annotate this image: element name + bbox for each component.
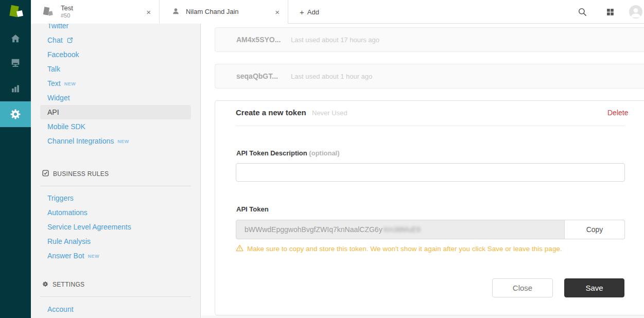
token-value-group: bWWwdEpggwohBvgfZWIq7knNaalCZG6y Xm38MuE… xyxy=(236,220,625,239)
sidebar-item-label: Answer Bot xyxy=(47,252,84,260)
avatar[interactable] xyxy=(629,5,642,19)
tab-user-nilam[interactable]: Nilam Chand Jain × xyxy=(160,0,288,24)
sidebar-item-label: Account xyxy=(47,305,74,313)
sidebar-item-label: Text xyxy=(47,79,61,87)
sidebar-item-service-level-agreements[interactable]: Service Level Agreements xyxy=(31,220,200,234)
token-value-visible: bWWwdEpggwohBvgfZWIq7knNaalCZG6y xyxy=(245,225,382,234)
search-icon[interactable] xyxy=(575,5,589,19)
close-button[interactable]: Close xyxy=(492,278,553,297)
zendesk-logo-white-shape xyxy=(16,10,23,17)
new-badge: NEW xyxy=(64,80,76,86)
top-bar: Test #50 × Nilam Chand Jain × + Add xyxy=(0,0,644,24)
sidebar-item-mobile-sdk[interactable]: Mobile SDK xyxy=(31,119,200,134)
sidebar-item-twitter[interactable]: Twitter xyxy=(31,24,200,33)
sidebar-item-chat[interactable]: Chat xyxy=(31,33,200,47)
tab-title: Nilam Chand Jain xyxy=(186,8,239,16)
add-tab-button[interactable]: + Add xyxy=(300,0,319,24)
settings-gear-icon[interactable] xyxy=(0,101,31,127)
token-value-field[interactable]: bWWwdEpggwohBvgfZWIq7knNaalCZG6y Xm38MuE… xyxy=(236,220,565,239)
token-name: seqaQbGT... xyxy=(236,72,291,80)
warning-text: Make sure to copy and store this token. … xyxy=(247,245,562,253)
sidebar-item-label: API xyxy=(47,108,59,116)
sidebar-item-account[interactable]: Account xyxy=(31,302,200,316)
divider xyxy=(236,126,625,126)
token-value-redacted: Xm38MuE9 xyxy=(383,225,421,234)
page-bottom-strip xyxy=(201,315,644,318)
token-last-used: Last used about 17 hours ago xyxy=(291,36,379,44)
person-icon xyxy=(172,7,180,17)
sidebar-item-label: Widget xyxy=(47,94,70,102)
add-tab-label: Add xyxy=(307,8,319,16)
home-icon[interactable] xyxy=(0,26,31,51)
token-warning: Make sure to copy and store this token. … xyxy=(236,244,562,253)
section-title: SETTINGS xyxy=(53,281,84,288)
tab-title: Test xyxy=(61,5,73,12)
sidebar-item-automations[interactable]: Automations xyxy=(31,205,200,220)
sidebar-item-rule-analysis[interactable]: Rule Analysis xyxy=(31,234,200,249)
section-settings: SETTINGS xyxy=(31,280,200,289)
sidebar-item-label: Service Level Agreements xyxy=(47,223,131,231)
reports-icon[interactable] xyxy=(0,76,31,101)
section-title: BUSINESS RULES xyxy=(53,170,109,178)
sidebar-item-label: Channel Integrations xyxy=(47,137,114,145)
close-icon[interactable]: × xyxy=(146,0,151,24)
ticket-tab-icon xyxy=(43,6,54,17)
token-row-disabled: AM4x5SYO... Last used about 17 hours ago xyxy=(215,27,644,52)
sidebar-item-channel-integrations[interactable]: Channel Integrations NEW xyxy=(31,134,200,148)
api-token-label: API Token xyxy=(236,205,269,213)
sidebar-item-talk[interactable]: Talk xyxy=(31,62,200,76)
section-business-rules: BUSINESS RULES xyxy=(31,170,200,178)
new-badge: NEW xyxy=(88,253,100,259)
zendesk-logo[interactable] xyxy=(0,0,31,24)
token-last-used: Last used about 1 hour ago xyxy=(291,73,372,80)
gear-small-icon xyxy=(42,281,48,289)
external-link-icon xyxy=(66,37,73,44)
sidebar-item-label: Rule Analysis xyxy=(47,237,91,245)
sidebar-item-facebook[interactable]: Facebook xyxy=(31,47,200,62)
sidebar-item-answer-bot[interactable]: Answer Bot NEW xyxy=(31,249,200,263)
new-badge: NEW xyxy=(117,138,129,144)
sidebar-item-label: Triggers xyxy=(47,194,74,202)
panel-title: Create a new token xyxy=(236,108,306,117)
description-label: API Token Description (optional) xyxy=(236,149,340,157)
sidebar-item-label: Chat xyxy=(47,36,63,44)
copy-button[interactable]: Copy xyxy=(565,220,625,239)
checkbox-check-icon xyxy=(42,170,49,178)
nav-rail xyxy=(0,24,31,318)
views-icon[interactable] xyxy=(0,50,31,76)
apps-grid-icon[interactable] xyxy=(603,5,617,19)
sidebar-item-label: Automations xyxy=(47,208,88,217)
sidebar-item-text[interactable]: Text NEW xyxy=(31,76,200,91)
sidebar-item-label: Twitter xyxy=(47,24,68,30)
tab-ticket-test[interactable]: Test #50 × xyxy=(31,0,160,24)
optional-hint: (optional) xyxy=(309,149,339,157)
divider xyxy=(40,296,191,297)
settings-sidebar: Twitter Chat Facebook Talk Text NEW Widg… xyxy=(31,24,201,318)
sidebar-item-label: Facebook xyxy=(47,50,79,59)
token-name: AM4x5SYO... xyxy=(236,36,291,44)
token-status: Never Used xyxy=(312,109,347,117)
divider xyxy=(40,186,191,186)
sidebar-item-triggers[interactable]: Triggers xyxy=(31,191,200,205)
delete-link[interactable]: Delete xyxy=(607,109,628,117)
save-button[interactable]: Save xyxy=(564,278,624,297)
sidebar-item-label: Mobile SDK xyxy=(47,122,85,131)
sidebar-item-label: Talk xyxy=(47,65,60,73)
create-token-panel: Create a new token Never Used Delete API… xyxy=(215,100,644,315)
token-row-disabled: seqaQbGT... Last used about 1 hour ago xyxy=(215,64,644,89)
api-tokens-main: AM4x5SYO... Last used about 17 hours ago… xyxy=(201,24,644,318)
token-description-input[interactable] xyxy=(236,163,625,182)
sidebar-item-widget[interactable]: Widget xyxy=(31,91,200,105)
warning-triangle-icon xyxy=(236,244,243,253)
tab-ticket-number: #50 xyxy=(61,12,73,19)
sidebar-item-api[interactable]: API xyxy=(40,105,191,119)
close-icon[interactable]: × xyxy=(275,0,280,24)
plus-icon: + xyxy=(300,8,304,16)
